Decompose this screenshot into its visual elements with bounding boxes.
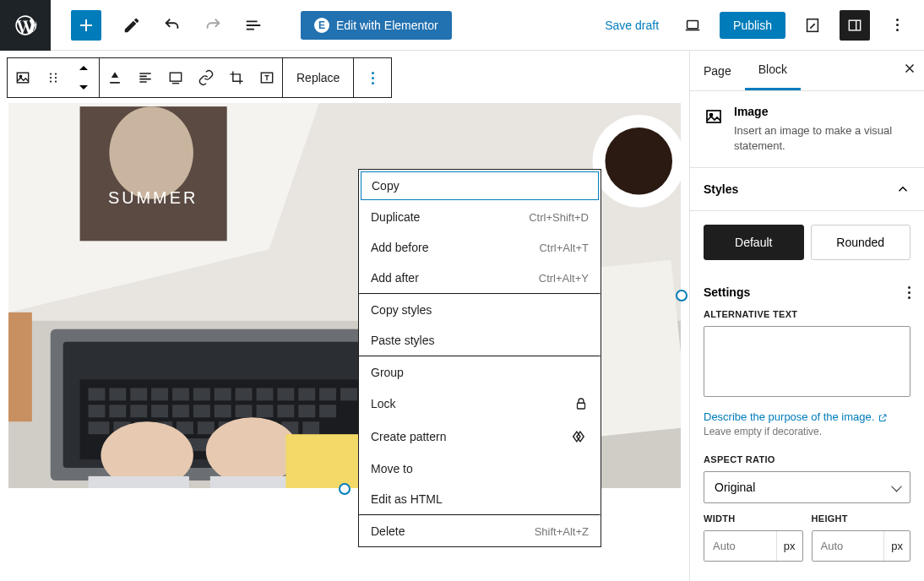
width-label: WIDTH — [704, 513, 803, 524]
resize-handle-right[interactable] — [676, 290, 688, 301]
plus-icon — [76, 15, 96, 35]
chevron-up-icon — [895, 182, 910, 197]
svg-rect-4 — [17, 73, 28, 83]
svg-rect-41 — [257, 405, 274, 417]
editor-settings-button[interactable] — [792, 5, 833, 46]
publish-button[interactable]: Publish — [720, 12, 785, 39]
height-input[interactable] — [813, 531, 884, 561]
svg-text:SUMMER: SUMMER — [108, 188, 198, 207]
pattern-icon — [572, 428, 589, 445]
menu-lock[interactable]: Lock — [359, 388, 601, 420]
block-options-button[interactable] — [354, 58, 391, 97]
kebab-icon — [372, 72, 374, 84]
redo-icon — [204, 16, 222, 35]
settings-sidebar: Page Block Image Insert an image to make… — [689, 51, 924, 581]
aspect-ratio-select[interactable]: Original — [704, 471, 910, 503]
crop-button[interactable] — [221, 57, 252, 98]
svg-point-8 — [50, 80, 52, 82]
move-up-button[interactable] — [68, 57, 99, 78]
elementor-button-label: Edit with Elementor — [336, 19, 438, 32]
svg-rect-71 — [707, 111, 720, 122]
add-block-button[interactable] — [71, 10, 101, 41]
styles-panel-toggle[interactable]: Styles — [690, 168, 924, 211]
text-overlay-button[interactable] — [252, 57, 282, 98]
menu-copy-styles[interactable]: Copy styles — [359, 295, 601, 325]
redo-button[interactable] — [193, 5, 233, 46]
styles-heading: Styles — [704, 182, 738, 196]
caption-icon — [167, 69, 184, 86]
menu-create-pattern[interactable]: Create pattern — [359, 420, 601, 453]
chevron-up-icon — [79, 63, 89, 72]
sidebar-toggle-button[interactable] — [840, 10, 870, 41]
style-default-button[interactable]: Default — [704, 225, 804, 260]
kebab-icon — [908, 286, 910, 299]
pencil-icon — [122, 16, 141, 35]
editor-canvas[interactable]: Replace — [0, 51, 689, 581]
svg-point-9 — [55, 73, 57, 74]
link-button[interactable] — [191, 57, 221, 98]
svg-rect-30 — [298, 388, 315, 400]
close-sidebar-button[interactable] — [902, 61, 917, 80]
lock-icon — [573, 396, 589, 411]
svg-point-11 — [55, 80, 57, 82]
external-link-icon — [878, 413, 888, 423]
block-type-button[interactable] — [8, 57, 38, 98]
svg-rect-24 — [172, 388, 189, 400]
menu-delete[interactable]: DeleteShift+Alt+Z — [359, 516, 601, 546]
svg-rect-38 — [193, 405, 210, 417]
resize-handle-bottom[interactable] — [339, 483, 351, 495]
svg-point-10 — [55, 77, 57, 79]
svg-rect-69 — [8, 312, 32, 421]
menu-copy[interactable]: Copy — [361, 171, 599, 200]
svg-rect-36 — [151, 405, 168, 417]
tab-page[interactable]: Page — [690, 52, 745, 90]
preview-button[interactable] — [672, 5, 713, 46]
svg-rect-21 — [109, 388, 126, 400]
wordpress-icon — [14, 14, 37, 37]
text-align-icon — [137, 69, 154, 86]
drag-handle[interactable] — [38, 57, 68, 98]
settings-more-button[interactable] — [908, 286, 910, 299]
caption-button[interactable] — [160, 57, 191, 98]
settings-heading: Settings — [704, 285, 750, 299]
menu-add-after[interactable]: Add afterCtrl+Alt+Y — [359, 263, 601, 293]
tab-block[interactable]: Block — [745, 51, 801, 90]
laptop-icon — [683, 16, 702, 35]
more-options-button[interactable] — [877, 5, 917, 46]
edit-with-elementor-button[interactable]: E Edit with Elementor — [301, 11, 452, 40]
height-unit[interactable]: px — [883, 531, 910, 561]
wordpress-logo[interactable] — [0, 0, 51, 51]
width-input[interactable] — [704, 531, 776, 561]
tools-button[interactable] — [111, 5, 152, 46]
menu-duplicate[interactable]: DuplicateCtrl+Shift+D — [359, 202, 601, 232]
aspect-ratio-label: ASPECT RATIO — [704, 454, 910, 464]
undo-button[interactable] — [152, 5, 193, 46]
svg-rect-32 — [340, 388, 357, 400]
menu-edit-html[interactable]: Edit as HTML — [359, 484, 601, 514]
align-button[interactable] — [100, 57, 130, 98]
width-unit[interactable]: px — [776, 531, 802, 561]
alt-text-input[interactable] — [704, 326, 910, 397]
replace-button[interactable]: Replace — [283, 58, 353, 97]
style-rounded-button[interactable]: Rounded — [811, 225, 911, 260]
svg-rect-2 — [849, 20, 860, 30]
elementor-icon: E — [314, 18, 329, 33]
menu-move-to[interactable]: Move to — [359, 453, 601, 484]
save-draft-button[interactable]: Save draft — [598, 12, 666, 39]
list-view-button[interactable] — [233, 5, 274, 46]
svg-rect-0 — [688, 20, 698, 28]
svg-rect-27 — [236, 388, 253, 400]
svg-point-7 — [50, 77, 52, 79]
svg-rect-40 — [236, 405, 253, 417]
menu-paste-styles[interactable]: Paste styles — [359, 325, 601, 356]
alt-help-link[interactable]: Describe the purpose of the image. — [704, 410, 888, 423]
context-menu: Copy DuplicateCtrl+Shift+D Add beforeCtr… — [358, 169, 601, 547]
close-icon — [902, 61, 917, 76]
text-align-button[interactable] — [130, 57, 160, 98]
menu-add-before[interactable]: Add beforeCtrl+Alt+T — [359, 232, 601, 263]
move-down-button[interactable] — [68, 78, 99, 98]
block-toolbar: Replace — [7, 57, 392, 98]
alt-help-note: Leave empty if decorative. — [704, 426, 910, 437]
svg-rect-35 — [130, 405, 147, 417]
menu-group[interactable]: Group — [359, 357, 601, 388]
